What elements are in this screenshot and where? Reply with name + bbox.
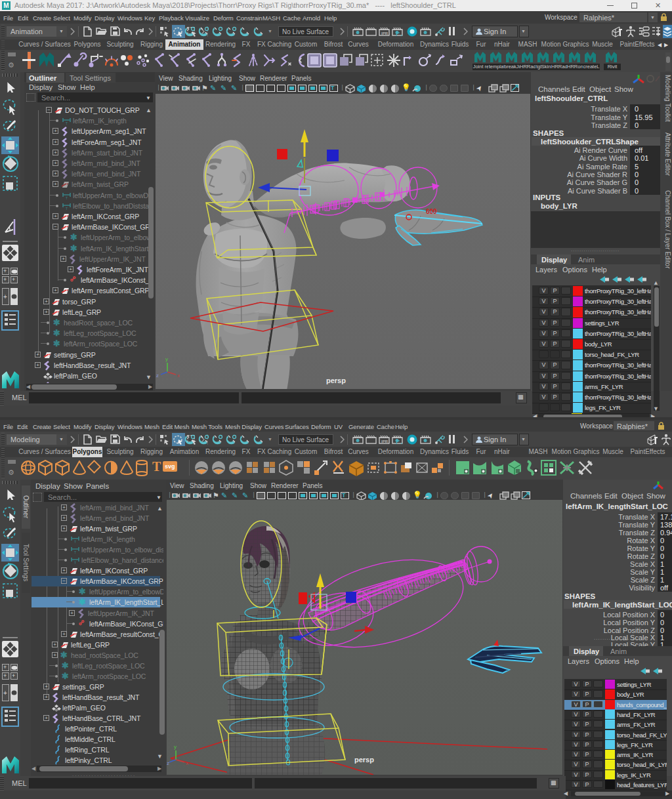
svg-text:IPR: IPR xyxy=(381,31,388,35)
svg-text:persp: persp xyxy=(354,756,374,764)
svg-text:y: y xyxy=(165,356,168,362)
svg-text:600: 600 xyxy=(426,208,437,215)
svg-text:T: T xyxy=(66,196,68,199)
svg-text:T: T xyxy=(74,550,76,554)
svg-text:persp: persp xyxy=(326,377,346,384)
svg-text:z: z xyxy=(167,760,169,766)
svg-text:z: z xyxy=(156,373,159,379)
svg-text:T: T xyxy=(66,207,68,210)
svg-text:y: y xyxy=(174,744,177,750)
svg-text:x: x xyxy=(177,373,180,379)
svg-text:IPR: IPR xyxy=(381,440,388,443)
svg-text:T: T xyxy=(74,561,76,564)
svg-text:x: x xyxy=(186,760,188,766)
svg-text:T: T xyxy=(66,121,68,125)
svg-text:T: T xyxy=(74,540,76,543)
